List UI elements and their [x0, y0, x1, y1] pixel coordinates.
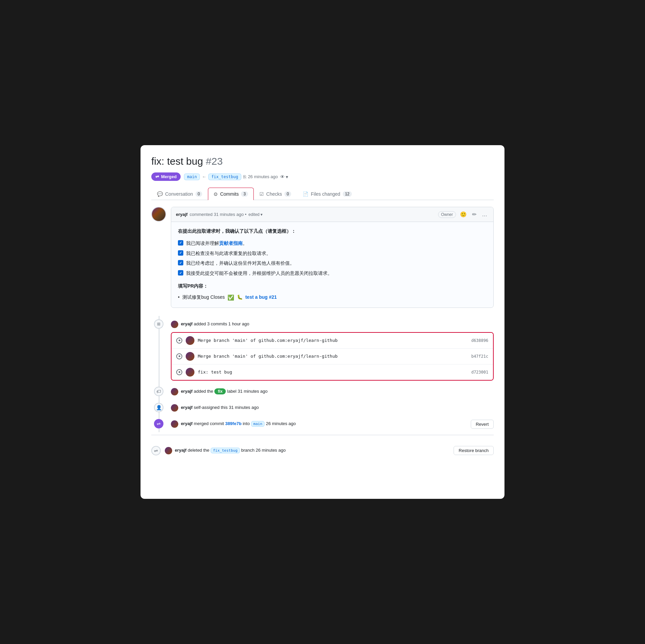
checklist-item-4: 我接受此提交可能不会被使用，并根据维护人员的意愿关闭拉取请求。: [178, 269, 487, 278]
commit-message-3[interactable]: fix: test bug: [198, 369, 468, 375]
checklist-item-2: 我已检查没有与此请求重复的拉取请求。: [178, 250, 487, 258]
assign-event-time: 31 minutes ago: [229, 405, 259, 410]
tabs-bar: 💬 Conversation 0 ⊙ Commits 3 ☑ Checks 0 …: [151, 188, 494, 200]
delete-event-text: deleted the: [188, 448, 209, 453]
checklist-text-4: 我接受此提交可能不会被使用，并根据维护人员的意愿关闭拉取请求。: [186, 269, 332, 278]
commit-row-2: Merge branch 'main' of github.com:eryajf…: [172, 349, 493, 364]
commits-event-text: added 3 commits: [194, 321, 227, 326]
tab-files-changed[interactable]: 📄 Files changed 12: [297, 188, 358, 200]
tab-commits-count: 3: [241, 191, 248, 197]
eye-icon[interactable]: 👁 ▾: [280, 174, 288, 180]
pr-list-item: • 测试修复bug Closes ✅ 🐛 test a bug #21: [178, 293, 487, 302]
tab-commits[interactable]: ⊙ Commits 3: [208, 188, 254, 200]
comment-time: 31 minutes ago: [214, 212, 244, 217]
merge-event-branch[interactable]: main: [251, 421, 265, 427]
label-event-content: eryajf added the fix label 31 minutes ag…: [171, 387, 494, 395]
comment-header: eryajf commented 31 minutes ago • edited…: [171, 207, 493, 222]
merge-icon: ⇌: [155, 174, 159, 179]
commit-message-1[interactable]: Merge branch 'main' of github.com:eryajf…: [198, 338, 468, 343]
commit-dot-1: [176, 337, 182, 344]
pr-title-text: fix: test bug: [151, 156, 203, 167]
arrow-icon: ←: [202, 174, 206, 179]
label-event-avatar: [171, 388, 178, 395]
checkbox-2[interactable]: [178, 250, 183, 256]
pr-item-text: 测试修复bug Closes: [182, 293, 225, 301]
merge-icon-wrap: ⇌: [151, 419, 166, 428]
revert-button[interactable]: Revert: [471, 420, 494, 429]
commit-sha-3[interactable]: d723001: [471, 370, 488, 375]
merged-label: Merged: [161, 174, 177, 179]
merge-event-content: eryajf merged commit 389fe7b into main 2…: [171, 419, 466, 428]
conversation-icon: 💬: [157, 191, 163, 197]
fix-label[interactable]: fix: [214, 388, 226, 394]
checklist-text-2: 我已检查没有与此请求重复的拉取请求。: [186, 250, 271, 258]
more-button[interactable]: …: [481, 211, 489, 218]
commits-list-container: Merge branch 'main' of github.com:eryajf…: [171, 332, 494, 381]
merge-event-time: 26 minutes ago: [266, 421, 296, 426]
checkbox-4[interactable]: [178, 270, 183, 276]
pr-link-text: test a bug: [245, 294, 268, 300]
tab-conversation[interactable]: 💬 Conversation 0: [151, 188, 208, 200]
tab-checks-count: 0: [284, 191, 291, 197]
comment-meta: commented 31 minutes ago •: [190, 212, 247, 217]
edited-badge[interactable]: edited ▾: [248, 212, 263, 217]
comment-dot: •: [245, 212, 247, 217]
delete-event-content: eryajf deleted the fix_testbug branch 26…: [165, 447, 286, 454]
checkbox-3[interactable]: [178, 260, 183, 265]
tab-files-label: Files changed: [311, 191, 340, 197]
commits-event-author[interactable]: eryajf: [181, 321, 193, 326]
commits-event-icon: ⊞: [154, 319, 163, 329]
comment-author[interactable]: eryajf: [176, 212, 188, 217]
emoji-button[interactable]: 🙂: [459, 211, 468, 218]
restore-branch-button[interactable]: Restore branch: [454, 446, 494, 455]
commits-list: Merge branch 'main' of github.com:eryajf…: [171, 332, 494, 381]
delete-event-avatar: [165, 447, 172, 454]
edit-button[interactable]: ✏: [471, 211, 478, 218]
edited-label: edited: [248, 212, 259, 217]
commits-event-avatar: [171, 321, 178, 328]
label-event-author[interactable]: eryajf: [181, 389, 193, 394]
merge-event-text: merged commit: [194, 421, 224, 426]
branch-from[interactable]: fix_testbug: [208, 173, 241, 180]
commits-event-time: 1 hour ago: [228, 321, 249, 326]
bullet-icon: •: [178, 293, 180, 301]
delete-event: ⇌ eryajf deleted the fix_testbug branch …: [151, 442, 494, 459]
checks-icon: ☑: [259, 191, 264, 197]
comment-action: commented: [190, 212, 213, 217]
merged-badge: ⇌ Merged: [151, 172, 181, 181]
merge-event-right: Revert: [471, 419, 494, 429]
merge-event-hash[interactable]: 389fe7b: [225, 421, 241, 426]
delete-event-branch[interactable]: fix_testbug: [211, 448, 240, 453]
label-event-icon: 🏷: [154, 387, 163, 396]
commit-avatar-2: [186, 352, 194, 361]
tab-checks[interactable]: ☑ Checks 0: [254, 188, 297, 200]
checklist-item-3: 我已经考虑过，并确认这份呈件对其他人很有价值。: [178, 259, 487, 267]
delete-event-text2: branch: [241, 448, 254, 453]
avatar: [151, 207, 166, 222]
merge-event-author[interactable]: eryajf: [181, 421, 193, 426]
commit-sha-2[interactable]: b47f21c: [471, 354, 488, 359]
contributor-link[interactable]: 贡献者指南: [219, 240, 243, 246]
assign-icon-wrap: 👤: [151, 403, 166, 412]
commit-message-2[interactable]: Merge branch 'main' of github.com:eryajf…: [198, 354, 468, 359]
commits-icon-wrap: ⊞: [151, 319, 166, 329]
checkbox-1[interactable]: [178, 240, 183, 246]
commits-icon: ⊙: [214, 191, 218, 197]
commit-dot-2: [176, 353, 182, 359]
commit-dot-3: [176, 369, 182, 375]
branch-to[interactable]: main: [184, 173, 200, 180]
copy-icon[interactable]: ⎘: [243, 174, 246, 180]
pr-content-section: 填写PR内容： • 测试修复bug Closes ✅ 🐛 test a bug …: [178, 282, 487, 302]
assign-event: 👤 eryajf self-assigned this 31 minutes a…: [151, 399, 494, 416]
edited-chevron: ▾: [260, 212, 263, 217]
assign-event-author[interactable]: eryajf: [181, 405, 193, 410]
delete-event-author[interactable]: eryajf: [175, 448, 187, 453]
pr-issue-link[interactable]: test a bug #21: [245, 293, 277, 301]
commit-sha-1[interactable]: d638896: [471, 338, 488, 343]
assign-event-content: eryajf self-assigned this 31 minutes ago: [171, 403, 494, 412]
branch-info: main ← fix_testbug ⎘ 26 minutes ago 👁 ▾: [184, 173, 288, 180]
timeline-wrapper: ⊞ eryajf added 3 commits 1 hour ago Merg…: [151, 316, 494, 432]
tab-conversation-label: Conversation: [165, 191, 193, 197]
pr-title: fix: test bug #23: [151, 155, 494, 168]
merge-event: ⇌ eryajf merged commit 389fe7b into main…: [151, 416, 494, 432]
